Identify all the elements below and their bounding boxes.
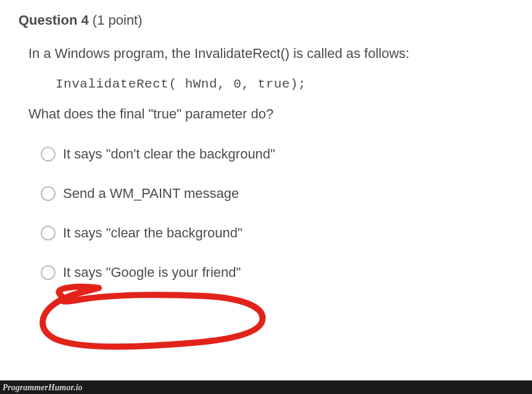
radio-icon[interactable] xyxy=(41,226,56,240)
watermark-text: ProgrammerHumor.io xyxy=(2,383,83,393)
option-row[interactable]: It says "Google is your friend" xyxy=(41,265,521,281)
quiz-content: Question 4 (1 point) In a Windows progra… xyxy=(0,0,532,281)
question-number: 4 xyxy=(81,12,88,28)
hand-drawn-circle-annotation xyxy=(25,281,284,355)
option-label: It says "don't clear the background" xyxy=(63,146,275,162)
radio-icon[interactable] xyxy=(41,265,56,280)
options-group: It says "don't clear the background" Sen… xyxy=(41,146,521,281)
code-block: InvalidateRect( hWnd, 0, true); xyxy=(56,77,521,91)
option-label: Send a WM_PAINT message xyxy=(63,186,239,202)
option-label: It says "Google is your friend" xyxy=(63,265,241,281)
question-prompt-line2: What does the final "true" parameter do? xyxy=(28,104,521,124)
option-row[interactable]: It says "don't clear the background" xyxy=(41,146,521,162)
radio-icon[interactable] xyxy=(41,186,56,201)
option-row[interactable]: Send a WM_PAINT message xyxy=(41,186,521,202)
question-header: Question 4 (1 point) xyxy=(19,12,521,28)
question-label: Question xyxy=(19,12,77,28)
option-label: It says "clear the background" xyxy=(63,225,243,241)
question-prompt-line1: In a Windows program, the InvalidateRect… xyxy=(28,43,521,64)
option-row[interactable]: It says "clear the background" xyxy=(41,225,521,241)
radio-icon[interactable] xyxy=(41,147,56,162)
question-points: (1 point) xyxy=(93,12,143,28)
